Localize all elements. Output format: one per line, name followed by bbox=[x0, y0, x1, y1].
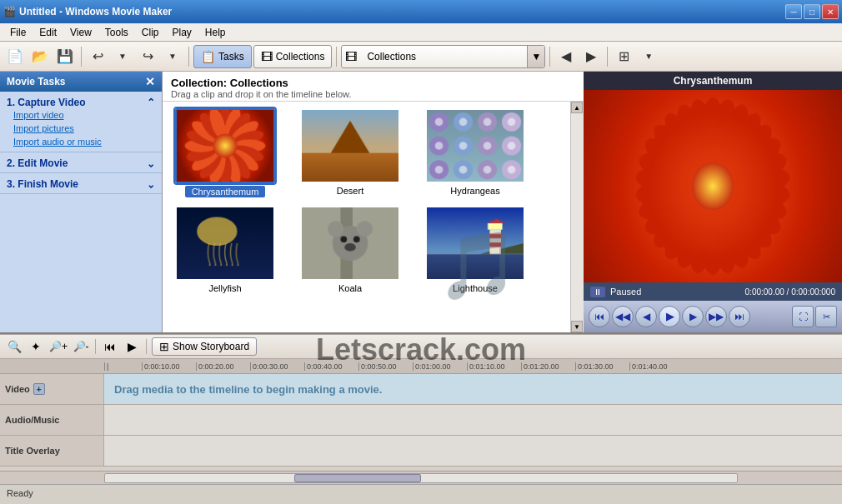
tasks-panel-close[interactable]: ✕ bbox=[145, 75, 155, 88]
preview-seek-end[interactable]: ⏭ bbox=[729, 306, 750, 327]
window-controls: ─ □ ✕ bbox=[785, 4, 839, 19]
tl-zoom-out-btn[interactable]: 🔎- bbox=[72, 337, 90, 356]
tasks-panel-header: Movie Tasks ✕ bbox=[0, 72, 162, 92]
collections-subtitle: Drag a clip and drop it on the timeline … bbox=[171, 89, 575, 99]
open-button[interactable]: 📂 bbox=[28, 45, 52, 68]
preview-ctrl-group-left: ⏮ ◀◀ ◀ ▶ ▶ ▶▶ ⏭ bbox=[589, 306, 750, 327]
finish-movie-title[interactable]: 3. Finish Movie ⌃ bbox=[7, 178, 155, 190]
capture-video-title[interactable]: 1. Capture Video ⌃ bbox=[7, 97, 155, 108]
tl-play[interactable]: ▶ bbox=[123, 337, 141, 356]
redo-dropdown-button[interactable]: ▼ bbox=[161, 45, 184, 68]
collections-grid: Chrysanthemum Desert Hydra bbox=[171, 108, 562, 293]
import-audio-link[interactable]: Import audio or music bbox=[7, 135, 155, 148]
video-label-text: Video bbox=[5, 384, 30, 394]
scroll-down-button[interactable]: ▼ bbox=[571, 321, 583, 332]
tl-zoom-in[interactable]: 🔍 bbox=[5, 337, 23, 356]
preview-controls: ⏮ ◀◀ ◀ ▶ ▶ ▶▶ ⏭ ⛶ ✂ bbox=[584, 301, 842, 332]
storyboard-icon: ⊞ bbox=[159, 340, 169, 353]
show-storyboard-button[interactable]: ⊞ Show Storyboard bbox=[152, 337, 257, 356]
collections-dropdown-arrow[interactable]: ▼ bbox=[527, 46, 544, 67]
undo-button[interactable]: ↩ bbox=[86, 45, 109, 68]
koala-thumb bbox=[300, 206, 400, 281]
forward-button[interactable]: ▶ bbox=[579, 45, 603, 68]
grid-dropdown-button[interactable]: ▼ bbox=[637, 45, 660, 68]
collection-item-jellyfish[interactable]: Jellyfish bbox=[171, 206, 279, 293]
preview-next-frame[interactable]: ▶ bbox=[682, 306, 704, 327]
menu-clip[interactable]: Clip bbox=[135, 25, 166, 40]
collection-item-koala[interactable]: Koala bbox=[296, 206, 404, 293]
preview-status-icon: ⏸ bbox=[590, 287, 605, 297]
grid-button[interactable]: ⊞ bbox=[612, 45, 635, 68]
collection-item-hydrangeas[interactable]: Hydrangeas bbox=[421, 108, 529, 197]
ruler-mark-7: 0:01:10.00 bbox=[467, 362, 521, 371]
preview-fullscreen[interactable]: ⛶ bbox=[792, 306, 814, 327]
collections-icon: 🎞 bbox=[261, 50, 273, 63]
back-button[interactable]: ◀ bbox=[554, 45, 578, 68]
preview-fast-forward[interactable]: ▶▶ bbox=[705, 306, 727, 327]
hydrangeas-thumb bbox=[425, 108, 525, 183]
ruler-mark-10: 0:01:40.00 bbox=[629, 362, 684, 371]
preview-split[interactable]: ✂ bbox=[815, 306, 837, 327]
menu-edit[interactable]: Edit bbox=[33, 25, 63, 40]
finish-movie-chevron: ⌃ bbox=[147, 178, 155, 190]
hydrangeas-label: Hydrangeas bbox=[450, 186, 499, 196]
import-video-link[interactable]: Import video bbox=[7, 108, 155, 122]
collections-scrollbar[interactable]: ▲ ▼ bbox=[570, 102, 584, 332]
title-track-label: Title Overlay bbox=[0, 436, 104, 466]
tl-skip-start[interactable]: ⏮ bbox=[101, 337, 119, 356]
import-pictures-link[interactable]: Import pictures bbox=[7, 122, 155, 135]
window-title: Untitled - Windows Movie Maker bbox=[16, 6, 785, 17]
title-track-row: Title Overlay bbox=[0, 436, 842, 467]
menu-view[interactable]: View bbox=[63, 25, 98, 40]
timeline-hscrollbar-thumb[interactable] bbox=[294, 474, 421, 482]
collections-title: Collection: Collections bbox=[171, 77, 575, 89]
menu-play[interactable]: Play bbox=[166, 25, 198, 40]
preview-prev-frame[interactable]: ◀ bbox=[635, 306, 657, 327]
redo-button[interactable]: ↪ bbox=[136, 45, 159, 68]
preview-play[interactable]: ▶ bbox=[659, 306, 680, 327]
ruler-mark-9: 0:01:30.00 bbox=[575, 362, 629, 371]
status-text: Ready bbox=[7, 488, 33, 498]
edit-movie-title[interactable]: 2. Edit Movie ⌃ bbox=[7, 157, 155, 169]
tl-zoom-in-btn[interactable]: 🔎+ bbox=[48, 337, 68, 356]
timeline-toolbar: 🔍 ✦ 🔎+ 🔎- ⏮ ▶ ⊞ Show Storyboard bbox=[0, 334, 842, 359]
collection-item-chrysanthemum[interactable]: Chrysanthemum bbox=[171, 108, 279, 197]
menu-help[interactable]: Help bbox=[198, 25, 233, 40]
new-button[interactable]: 📄 bbox=[3, 45, 27, 68]
preview-seek-start[interactable]: ⏮ bbox=[589, 306, 610, 327]
capture-video-chevron: ⌃ bbox=[147, 97, 155, 108]
timeline-tracks: Video + Drag media to the timeline to be… bbox=[0, 374, 842, 471]
collections-grid-wrapper: Chrysanthemum Desert Hydra bbox=[163, 102, 570, 332]
close-button[interactable]: ✕ bbox=[822, 4, 839, 19]
preview-rewind[interactable]: ◀◀ bbox=[612, 306, 634, 327]
undo-dropdown-button[interactable]: ▼ bbox=[111, 45, 134, 68]
video-track-content: Drag media to the timeline to begin maki… bbox=[104, 374, 842, 404]
timeline-scrollbar[interactable] bbox=[0, 471, 842, 484]
timeline-hscrollbar[interactable] bbox=[104, 473, 738, 483]
show-storyboard-label: Show Storyboard bbox=[173, 341, 249, 352]
collection-item-desert[interactable]: Desert bbox=[296, 108, 404, 197]
maximize-button[interactable]: □ bbox=[804, 4, 820, 19]
lighthouse-thumb bbox=[425, 206, 525, 281]
tasks-label: Tasks bbox=[218, 51, 244, 62]
capture-video-section: 1. Capture Video ⌃ Import video Import p… bbox=[0, 92, 162, 152]
preview-video bbox=[584, 90, 842, 282]
toolbar-separator-1 bbox=[81, 47, 82, 67]
tasks-button[interactable]: 📋 Tasks bbox=[193, 45, 252, 68]
menu-bar: File Edit View Tools Clip Play Help bbox=[0, 23, 842, 42]
minimize-button[interactable]: ─ bbox=[785, 4, 802, 19]
edit-movie-chevron: ⌃ bbox=[147, 157, 155, 169]
chrysanthemum-thumb bbox=[175, 108, 275, 183]
collections-button[interactable]: 🎞 Collections bbox=[253, 45, 333, 68]
save-button[interactable]: 💾 bbox=[53, 45, 77, 68]
menu-tools[interactable]: Tools bbox=[98, 25, 135, 40]
timeline-area: Letscrack.com 🔍 ✦ 🔎+ 🔎- ⏮ ▶ ⊞ Show Story… bbox=[0, 334, 842, 484]
menu-file[interactable]: File bbox=[3, 25, 33, 40]
collection-item-lighthouse[interactable]: Lighthouse bbox=[421, 206, 529, 293]
video-track-add-button[interactable]: + bbox=[33, 383, 45, 395]
video-drag-hint: Drag media to the timeline to begin maki… bbox=[108, 380, 388, 399]
tl-pointer[interactable]: ✦ bbox=[27, 337, 45, 356]
collections-dropdown[interactable]: 🎞 Collections ▼ bbox=[341, 45, 545, 68]
scroll-up-button[interactable]: ▲ bbox=[571, 102, 583, 113]
title-label-text: Title Overlay bbox=[5, 446, 60, 456]
